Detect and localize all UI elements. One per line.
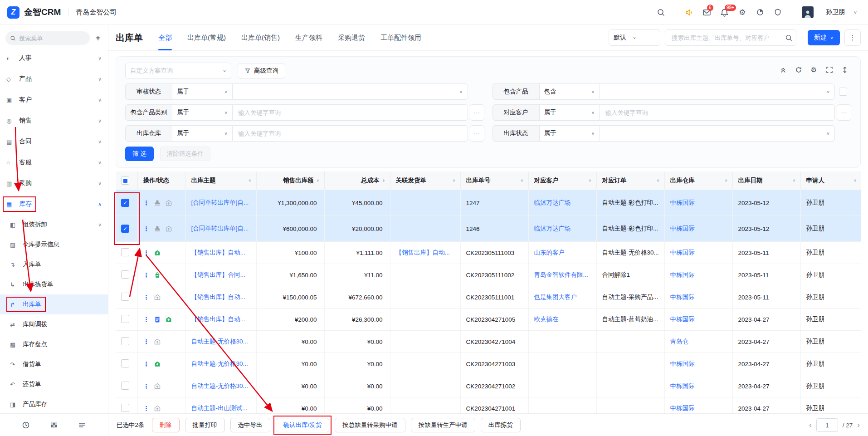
filter-operator-select[interactable]: 属于∨	[172, 104, 233, 121]
inbox-mail-icon[interactable]: 6	[702, 8, 712, 17]
sidebar-item-客服[interactable]: ○客服∨	[0, 152, 108, 173]
menu-list-icon[interactable]	[78, 421, 87, 430]
tab-3[interactable]: 生产领料	[295, 25, 322, 50]
warehouse-link[interactable]: 中栋国际	[670, 405, 695, 412]
customer-link[interactable]: 青岛金智软件有限...	[534, 271, 588, 278]
shield-icon[interactable]	[773, 8, 782, 17]
document-status-icon[interactable]	[154, 316, 161, 323]
column-header-subject[interactable]: 出库主题▲▼	[185, 171, 256, 190]
sort-icon[interactable]: ▲▼	[853, 179, 857, 182]
row-checkbox[interactable]: ✓	[121, 199, 129, 207]
column-header-related[interactable]: 关联发货单▲▼	[390, 171, 460, 190]
filter-keyword-input[interactable]	[237, 130, 463, 137]
warehouse-link[interactable]: 中栋国际	[670, 382, 695, 389]
select-all-checkbox[interactable]	[121, 176, 129, 185]
sidebar-item-产品库存[interactable]: ◨产品库存	[0, 394, 108, 414]
list-search-input[interactable]	[671, 34, 785, 42]
sort-icon[interactable]: ▲▼	[521, 179, 524, 182]
user-avatar[interactable]	[802, 6, 814, 18]
row-more-icon[interactable]: ⋮	[143, 382, 150, 390]
view-select[interactable]: 默认∨	[609, 29, 660, 46]
tab-0[interactable]: 全部	[158, 25, 172, 50]
row-checkbox[interactable]	[121, 315, 129, 323]
column-header-warehouse[interactable]: 出库仓库▲▼	[664, 171, 732, 190]
warehouse-link[interactable]: 中栋国际	[670, 294, 695, 300]
filter-more-button[interactable]: ⋯	[470, 125, 484, 142]
subject-link[interactable]: 自动主题-无价格30...	[191, 382, 248, 389]
action-button-确认出库/发货[interactable]: 确认出库/发货	[276, 418, 330, 432]
subject-link[interactable]: [合同单转出库单]自...	[191, 225, 249, 232]
row-checkbox[interactable]	[121, 270, 129, 279]
create-button[interactable]: 新建∨	[808, 30, 840, 45]
filter-keyword-input[interactable]	[237, 109, 463, 117]
row-more-icon[interactable]: ⋮	[143, 199, 150, 206]
warehouse-link[interactable]: 中栋国际	[670, 225, 695, 232]
announcement-speaker-icon[interactable]	[685, 8, 694, 17]
collapse-up-icon[interactable]	[779, 66, 787, 73]
settings-gear-icon[interactable]: ⚙	[738, 8, 747, 17]
outbound-status-icon[interactable]	[154, 405, 161, 412]
column-header-no[interactable]: 出库单号▲▼	[460, 171, 528, 190]
related-shipment-link[interactable]: 【销售出库】自动...	[396, 249, 450, 256]
advanced-query-button[interactable]: 高级查询	[238, 63, 285, 78]
filter-operator-select[interactable]: 属于∨	[539, 104, 600, 121]
action-button-按缺量转生产申请[interactable]: 按缺量转生产申请	[411, 418, 475, 432]
warehouse-link[interactable]: 中栋国际	[670, 316, 695, 323]
sidebar-item-出库拣货单[interactable]: ↳出库拣货单	[0, 274, 108, 294]
customer-link[interactable]: 临沭万达广场	[534, 199, 571, 206]
row-checkbox[interactable]	[121, 337, 129, 345]
filter-operator-select[interactable]: 包含∨	[539, 83, 600, 100]
sidebar-item-入库单[interactable]: ↴入库单	[0, 255, 108, 274]
row-height-icon[interactable]	[841, 66, 848, 73]
row-more-icon[interactable]: ⋮	[143, 316, 150, 323]
outbound-done-icon[interactable]	[165, 316, 172, 323]
outbound-done-icon[interactable]	[154, 249, 161, 256]
sidebar-item-库存[interactable]: ▦库存∧	[0, 194, 108, 215]
action-button-按总缺量转采购申请[interactable]: 按总缺量转采购申请	[335, 418, 405, 432]
customer-link[interactable]: 欧克德在	[534, 316, 559, 323]
row-more-icon[interactable]: ⋮	[143, 405, 150, 412]
outbound-status-icon[interactable]	[154, 294, 161, 301]
refresh-icon[interactable]	[795, 66, 802, 73]
history-clock-icon[interactable]	[21, 421, 30, 430]
filter-more-button[interactable]: ⋯	[837, 104, 851, 121]
row-more-icon[interactable]: ⋮	[143, 338, 150, 345]
filter-value-select[interactable]: ∨	[600, 125, 835, 142]
search-icon[interactable]	[785, 34, 792, 41]
reports-pie-icon[interactable]	[756, 8, 765, 17]
filter-more-button[interactable]: ⋯	[470, 104, 484, 121]
subject-link[interactable]: 自动主题-无价格30...	[191, 338, 248, 345]
notification-bell-icon[interactable]: 99+	[720, 8, 729, 17]
sidebar-item-库存盘点[interactable]: ▩库存盘点	[0, 334, 108, 354]
sidebar-search[interactable]	[5, 31, 90, 45]
tab-2[interactable]: 出库单(销售)	[241, 25, 280, 50]
filter-keyword-input[interactable]	[605, 109, 830, 117]
subject-link[interactable]: 【销售出库】自动...	[191, 316, 245, 323]
subject-link[interactable]: [合同单转出库单]自...	[191, 199, 249, 206]
sort-icon[interactable]: ▲▼	[793, 179, 796, 182]
warehouse-link[interactable]: 青岛仓	[670, 338, 689, 345]
row-more-icon[interactable]: ⋮	[143, 249, 150, 256]
warehouse-link[interactable]: 中栋国际	[670, 360, 695, 367]
sort-icon[interactable]: ▲▼	[453, 179, 456, 182]
filter-checkbox[interactable]	[839, 88, 847, 96]
sidebar-item-仓库提示信息[interactable]: ▨仓库提示信息	[0, 235, 108, 255]
column-header-date[interactable]: 出库日期▲▼	[732, 171, 800, 190]
sidebar-item-客户[interactable]: ▣客户∨	[0, 89, 108, 110]
sidebar-item-还货单[interactable]: ↶还货单	[0, 374, 108, 394]
fullscreen-icon[interactable]	[825, 66, 833, 73]
filter-button[interactable]: 筛 选	[125, 147, 154, 161]
column-header-customer[interactable]: 对应客户▲▼	[528, 171, 596, 190]
sidebar-item-合同[interactable]: ▤合同∨	[0, 131, 108, 152]
customer-link[interactable]: 山东的客户	[534, 249, 565, 256]
sort-icon[interactable]: ▲▼	[725, 179, 728, 182]
row-more-icon[interactable]: ⋮	[143, 271, 150, 279]
sort-icon[interactable]: ▲▼	[317, 179, 320, 182]
row-checkbox[interactable]	[121, 293, 129, 301]
sort-icon[interactable]: ▲▼	[382, 179, 385, 182]
row-checkbox[interactable]	[121, 359, 129, 367]
row-checkbox[interactable]	[121, 404, 129, 412]
sort-icon[interactable]: ▲▼	[657, 179, 660, 182]
prev-page-icon[interactable]: ‹	[809, 421, 812, 430]
stamp-icon[interactable]	[154, 225, 161, 232]
